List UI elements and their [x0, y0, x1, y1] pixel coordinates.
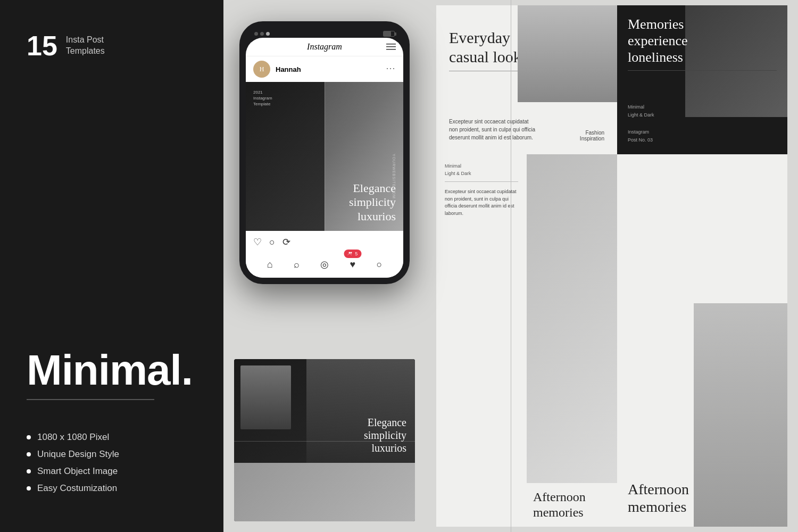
camera-icon: ◎: [320, 259, 329, 270]
instagram-user-row: H Hannah ···: [246, 56, 403, 82]
username: Hannah: [276, 65, 301, 73]
feature-label: 1080 x 1080 Pixel: [37, 432, 109, 443]
bullet-icon: [27, 469, 31, 473]
afternoon-label: Afternoonmemories: [533, 490, 586, 519]
split-image: [527, 154, 617, 483]
features-list: 1080 x 1080 Pixel Unique Design Style Sm…: [27, 432, 197, 500]
notification-count: 5: [355, 251, 358, 256]
badge-row: 15 Insta PostTemplates: [27, 32, 197, 60]
memories-meta: MinimalLight & Dark InstagramPost No. 03: [628, 103, 777, 144]
nav-camera[interactable]: ◎: [320, 259, 329, 270]
profile-icon: ○: [376, 259, 382, 270]
dot-2: [260, 32, 264, 36]
divider-line: [325, 82, 325, 231]
instagram-header: Instagram: [246, 38, 403, 56]
bottom-post-top: Elegancesimplicityluxurios: [234, 359, 415, 463]
memories-divider: [628, 70, 777, 71]
feature-3: Smart Object Image: [27, 466, 197, 477]
feature-1: 1080 x 1080 Pixel: [27, 432, 197, 443]
svg-rect-2: [386, 49, 396, 50]
split-label: MinimalLight & Dark: [445, 163, 518, 177]
center-area: Instagram H Hannah ···: [223, 0, 426, 532]
share-icon[interactable]: ⟳: [282, 236, 290, 248]
feature-label: Easy Costumization: [37, 483, 117, 494]
everyday-card: Everydaycasual look Excepteur sint occae…: [436, 5, 617, 154]
brand-title: Minimal.: [27, 346, 197, 395]
phone-mockup: Instagram H Hannah ···: [239, 21, 410, 284]
memories-meta2: InstagramPost No. 03: [628, 128, 777, 144]
phone-notch: [246, 28, 403, 38]
nav-profile[interactable]: ○: [376, 259, 382, 270]
bottom-post-card: Elegancesimplicityluxurios: [234, 359, 415, 521]
notification-badge: 5: [344, 250, 361, 258]
memories-card: Memoriesexperienceloneliness MinimalLigh…: [617, 5, 787, 154]
bottom-post-bottom: [234, 463, 415, 521]
bottom-cards-row: MinimalLight & Dark Excepteur sint occae…: [436, 154, 787, 527]
afternoon-card: Afternoonmemories: [617, 154, 787, 527]
people-icon: [347, 251, 353, 256]
bottom-figure: [234, 463, 415, 521]
thumbnail-image: [240, 365, 291, 429]
svg-rect-0: [386, 44, 396, 45]
post-image: 2021InstagramTemplate Elegancesimplicity…: [246, 82, 403, 231]
instagram-title: Instagram: [266, 42, 383, 52]
right-cards: Everydaycasual look Excepteur sint occae…: [426, 0, 798, 532]
everyday-tag: FashionInspiration: [580, 130, 604, 142]
home-icon: ⌂: [267, 259, 273, 270]
heart-icon[interactable]: ♡: [253, 236, 262, 248]
avatar: H: [253, 61, 270, 78]
battery-fill: [384, 31, 391, 36]
badge-text: Insta PostTemplates: [66, 35, 105, 57]
split-divider: [445, 181, 518, 182]
brand-divider: [27, 399, 154, 400]
figure-fill: [518, 5, 617, 102]
feature-label: Unique Design Style: [37, 449, 119, 460]
nav-home[interactable]: ⌂: [267, 259, 273, 270]
badge-number: 15: [27, 32, 57, 60]
battery-icon: [383, 31, 395, 37]
bullet-icon: [27, 435, 31, 439]
more-options-icon: ···: [386, 64, 396, 74]
split-left: MinimalLight & Dark Excepteur sint occae…: [436, 154, 527, 527]
feature-4: Easy Costumization: [27, 483, 197, 494]
svg-rect-1: [386, 46, 396, 47]
bottom-card-headline: Elegancesimplicityluxurios: [364, 416, 406, 454]
svg-point-4: [350, 252, 352, 253]
card-divider: [234, 441, 415, 442]
phone-bottom-nav: ⌂ ⌕ ◎ 5 ♥: [246, 253, 403, 278]
nav-likes[interactable]: 5 ♥: [350, 259, 355, 270]
menu-lines-icon: [386, 44, 396, 50]
everyday-figure: [518, 5, 617, 102]
feature-2: Unique Design Style: [27, 449, 197, 460]
post-website: YOURWEBSITE.COM: [392, 154, 396, 199]
search-icon: ⌕: [294, 259, 300, 270]
memories-meta1: MinimalLight & Dark: [628, 103, 777, 119]
bullet-icon: [27, 486, 31, 491]
dot-3: [266, 32, 270, 36]
split-body: Excepteur sint occaecat cupidatat non pr…: [445, 188, 518, 217]
phone-dots: [254, 32, 270, 36]
phone-screen: Instagram H Hannah ···: [246, 38, 403, 278]
left-panel: 15 Insta PostTemplates Minimal. 1080 x 1…: [0, 0, 223, 532]
afternoon-figure: [694, 303, 787, 527]
split-right: Afternoonmemories: [527, 154, 617, 527]
dot-1: [254, 32, 258, 36]
nav-search[interactable]: ⌕: [294, 259, 300, 270]
memories-title: Memoriesexperienceloneliness: [628, 16, 777, 66]
vertical-divider: [511, 0, 511, 532]
split-title: Afternoonmemories: [527, 483, 617, 527]
top-cards-row: Everydaycasual look Excepteur sint occae…: [436, 5, 787, 154]
split-card: MinimalLight & Dark Excepteur sint occae…: [436, 154, 617, 527]
everyday-body: Excepteur sint occaecat cupidatatnon pro…: [449, 118, 580, 142]
comment-icon[interactable]: ○: [269, 237, 275, 248]
svg-point-3: [348, 252, 350, 253]
right-panel: Instagram H Hannah ···: [223, 0, 798, 532]
heart-nav-icon: ♥: [350, 259, 355, 270]
feature-label: Smart Object Image: [37, 466, 118, 477]
post-actions: ♡ ○ ⟳: [246, 231, 403, 253]
bullet-icon: [27, 452, 31, 456]
